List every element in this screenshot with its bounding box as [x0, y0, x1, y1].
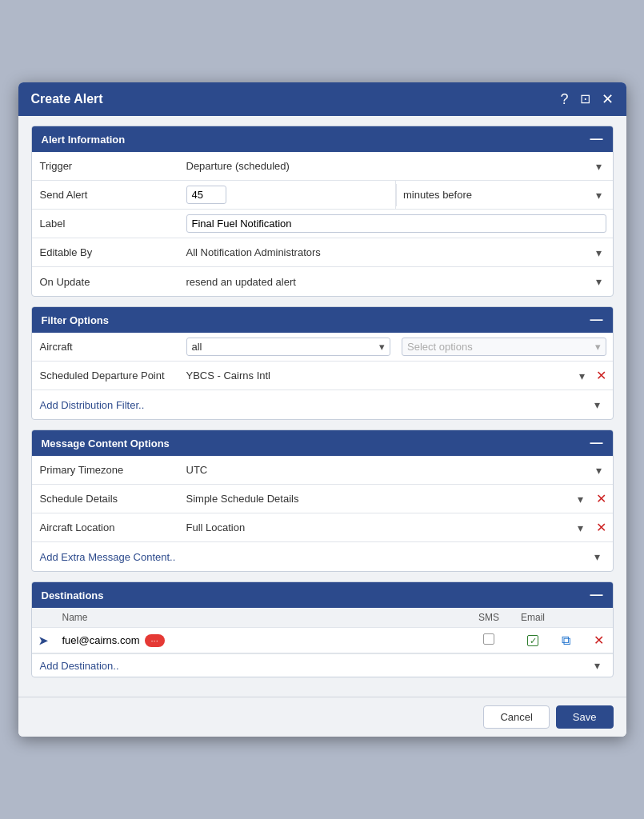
editable-by-label: Editable By	[32, 242, 180, 263]
col-sms: SMS	[467, 608, 511, 628]
add-extra-content-row[interactable]: Add Extra Message Content.. ▾	[32, 542, 613, 571]
add-distribution-filter-label: Add Distribution Filter..	[40, 399, 590, 411]
add-destination-arrow[interactable]: ▾	[590, 659, 605, 672]
primary-timezone-arrow[interactable]: ▾	[591, 464, 606, 477]
filter-options-collapse[interactable]: —	[590, 314, 603, 326]
on-update-row: On Update resend an updated alert ▾	[32, 267, 613, 296]
layout-icon[interactable]: ⊡	[580, 93, 590, 106]
schedule-details-arrow[interactable]: ▾	[573, 493, 588, 505]
add-destination-row[interactable]: Add Destination.. ▾	[32, 653, 613, 677]
trigger-value: Departure (scheduled) ▾	[180, 155, 613, 178]
destination-email-text: fuel@cairns.com	[62, 634, 140, 646]
aircraft-dropdown[interactable]: all ▾	[186, 338, 391, 356]
alert-information-section: Alert Information — Trigger Departure (s…	[31, 126, 614, 297]
add-extra-content-arrow[interactable]: ▾	[590, 550, 605, 563]
dialog-title: Create Alert	[31, 92, 103, 106]
email-checkbox[interactable]: ✓	[527, 635, 538, 646]
aircraft-location-row: Aircraft Location Full Location ▾ ✕	[32, 513, 613, 542]
schedule-details-value: Simple Schedule Details ▾ ✕	[180, 486, 613, 511]
header-icons: ? ⊡ ✕	[560, 92, 613, 106]
aircraft-options-arrow[interactable]: ▾	[595, 341, 601, 353]
scheduled-departure-value: YBCS - Cairns Intl ▾ ✕	[180, 363, 613, 388]
primary-timezone-text: UTC	[186, 464, 586, 476]
on-update-arrow[interactable]: ▾	[591, 275, 606, 288]
scheduled-departure-row: Scheduled Departure Point YBCS - Cairns …	[32, 362, 613, 390]
col-remove	[584, 608, 613, 628]
destination-arrow-cell: ➤	[32, 628, 56, 653]
add-distribution-filter-row[interactable]: Add Distribution Filter.. ▾	[32, 390, 613, 419]
dialog-footer: Cancel Save	[18, 697, 626, 737]
on-update-value: resend an updated alert ▾	[180, 270, 613, 293]
label-field-value	[180, 210, 613, 238]
destination-remove-btn[interactable]: ✕	[594, 633, 604, 647]
aircraft-location-arrow[interactable]: ▾	[573, 521, 588, 534]
destinations-collapse[interactable]: —	[590, 589, 603, 601]
dialog-header: Create Alert ? ⊡ ✕	[18, 82, 626, 116]
send-alert-label: Send Alert	[32, 184, 180, 206]
send-alert-unit-text: minutes before	[403, 189, 586, 201]
aircraft-location-text: Full Location	[186, 521, 568, 533]
destination-email-cell: ✓	[511, 628, 555, 653]
aircraft-options-select[interactable]: Select options ▾	[402, 338, 606, 356]
aircraft-location-value: Full Location ▾ ✕	[180, 515, 613, 540]
editable-by-value: All Notification Administrators ▾	[180, 242, 613, 264]
filter-options-label: Filter Options	[42, 314, 110, 326]
label-field-label: Label	[32, 213, 180, 234]
save-button[interactable]: Save	[556, 705, 614, 729]
send-alert-minutes-input[interactable]	[186, 186, 226, 204]
aircraft-value: all ▾ Select options ▾	[180, 333, 613, 361]
destination-sms-cell	[467, 628, 511, 653]
close-icon[interactable]: ✕	[602, 92, 614, 106]
aircraft-dropdown-text: all	[192, 341, 380, 353]
add-extra-content-label: Add Extra Message Content..	[40, 551, 590, 563]
destination-row: ➤ fuel@cairns.com ··· ✓	[32, 628, 613, 653]
schedule-details-label: Schedule Details	[32, 488, 180, 509]
schedule-details-row: Schedule Details Simple Schedule Details…	[32, 485, 613, 513]
destinations-table: Name SMS Email ➤ fuel@cair	[32, 608, 613, 653]
editable-by-text: All Notification Administrators	[186, 246, 586, 258]
destination-open-cell: ⧉	[555, 628, 584, 653]
filter-options-header: Filter Options —	[32, 307, 613, 333]
help-icon[interactable]: ?	[560, 92, 568, 106]
alert-info-collapse[interactable]: —	[590, 133, 603, 146]
primary-timezone-row: Primary Timezone UTC ▾	[32, 456, 613, 485]
message-content-section: Message Content Options — Primary Timezo…	[31, 429, 614, 572]
trigger-dropdown-arrow[interactable]: ▾	[591, 160, 606, 173]
col-name: Name	[56, 608, 467, 628]
col-open	[555, 608, 584, 628]
schedule-details-remove[interactable]: ✕	[596, 491, 606, 506]
label-input[interactable]	[186, 214, 606, 233]
destination-open-icon[interactable]: ⧉	[562, 633, 570, 647]
aircraft-location-remove[interactable]: ✕	[596, 520, 606, 535]
destination-tag-pill[interactable]: ···	[145, 634, 165, 647]
destinations-header: Destinations —	[32, 582, 613, 608]
primary-timezone-value: UTC ▾	[180, 459, 613, 481]
primary-timezone-label: Primary Timezone	[32, 459, 180, 481]
aircraft-row: Aircraft all ▾ Select options ▾	[32, 333, 613, 362]
scheduled-departure-label: Scheduled Departure Point	[32, 365, 180, 386]
destinations-label: Destinations	[42, 589, 104, 601]
message-content-collapse[interactable]: —	[590, 437, 603, 449]
aircraft-location-label: Aircraft Location	[32, 517, 180, 538]
trigger-row: Trigger Departure (scheduled) ▾	[32, 152, 613, 181]
aircraft-label: Aircraft	[32, 336, 180, 358]
message-content-header: Message Content Options —	[32, 430, 613, 456]
dialog-body: Alert Information — Trigger Departure (s…	[18, 116, 626, 697]
send-alert-row: Send Alert minutes before ▾	[32, 181, 613, 210]
col-arrow	[32, 608, 56, 628]
aircraft-dropdown-arrow[interactable]: ▾	[379, 341, 385, 353]
editable-by-arrow[interactable]: ▾	[591, 246, 606, 259]
scheduled-departure-arrow[interactable]: ▾	[574, 370, 590, 382]
create-alert-dialog: Create Alert ? ⊡ ✕ Alert Information — T…	[18, 82, 626, 737]
trigger-text: Departure (scheduled)	[186, 160, 586, 172]
destinations-table-header: Name SMS Email	[32, 608, 613, 628]
add-destination-label: Add Destination..	[40, 660, 590, 672]
on-update-label: On Update	[32, 271, 180, 293]
add-distribution-filter-arrow[interactable]: ▾	[590, 398, 605, 411]
scheduled-departure-remove[interactable]: ✕	[596, 368, 606, 383]
col-email: Email	[511, 608, 555, 628]
sms-checkbox[interactable]	[483, 633, 494, 645]
send-alert-unit-arrow[interactable]: ▾	[591, 189, 606, 202]
cancel-button[interactable]: Cancel	[483, 705, 549, 729]
scheduled-departure-text: YBCS - Cairns Intl	[186, 370, 571, 382]
